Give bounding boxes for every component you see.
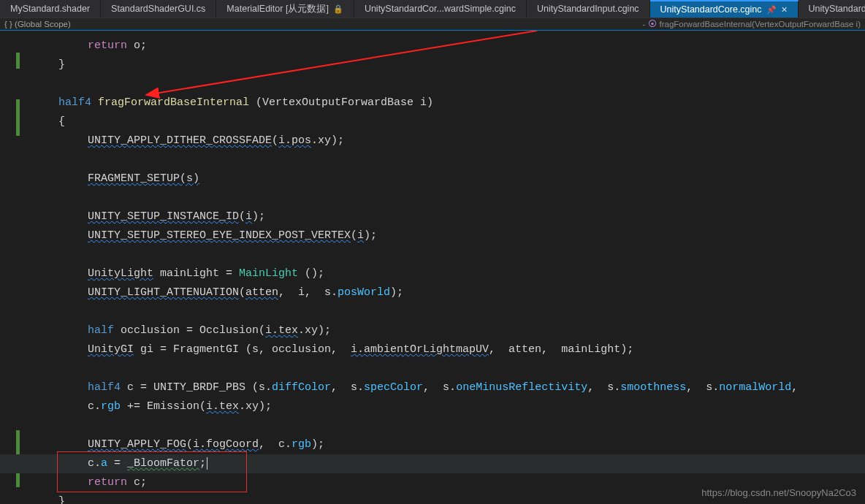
breadcrumb-function[interactable]: - ⦿fragForwardBaseInternal(VertexOutputF…: [642, 20, 861, 28]
code-line: UnityLight mainLight = MainLight ();: [29, 264, 865, 283]
code-line: }: [29, 56, 865, 75]
code-line: half4 c = UNITY_BRDF_PBS (s.diffColor, s…: [29, 378, 865, 397]
code-line: return o;: [29, 37, 865, 56]
tab-mystandard[interactable]: MyStandard.shader: [0, 0, 101, 18]
change-marker: [16, 99, 20, 136]
code-line: UNITY_APPLY_FOG(i.fogCoord, c.rgb);: [29, 435, 865, 454]
code-line: FRAGMENT_SETUP(s): [29, 169, 865, 188]
code-line: UNITY_LIGHT_ATTENUATION(atten, i, s.posW…: [29, 283, 865, 302]
code-line: UNITY_SETUP_STEREO_EYE_INDEX_POST_VERTEX…: [29, 226, 865, 245]
code-line: [29, 416, 865, 435]
pin-icon[interactable]: 📌: [766, 5, 777, 15]
text-cursor: [207, 457, 207, 470]
close-icon[interactable]: ✕: [781, 5, 788, 15]
tab-standardshadergui[interactable]: StandardShaderGUI.cs: [101, 0, 216, 18]
change-marker: [16, 53, 20, 69]
code-line: UNITY_SETUP_INSTANCE_ID(i);: [29, 207, 865, 226]
breadcrumb-bar: { } (Global Scope) - ⦿fragForwardBaseInt…: [0, 18, 865, 31]
code-line: UNITY_APPLY_DITHER_CROSSFADE(i.pos.xy);: [29, 131, 865, 150]
watermark: https://blog.csdn.net/SnoopyNa2Co3: [701, 487, 856, 498]
code-line: [29, 302, 865, 321]
tab-standardutils[interactable]: UnityStandardUtils.cginc: [799, 0, 865, 18]
tab-bar: MyStandard.shader StandardShaderGUI.cs M…: [0, 0, 865, 18]
code-line: half occlusion = Occlusion(i.tex.xy);: [29, 321, 865, 340]
code-line: [29, 188, 865, 207]
code-line: half4 fragForwardBaseInternal (VertexOut…: [29, 93, 865, 112]
tab-corewardsimple[interactable]: UnityStandardCor...wardSimple.cginc: [354, 0, 527, 18]
function-icon: ⦿: [648, 20, 657, 28]
lock-icon: 🔒: [333, 4, 343, 14]
code-line: {: [29, 112, 865, 131]
code-line: [29, 150, 865, 169]
code-editor[interactable]: return o; } half4 fragForwardBaseInterna…: [0, 31, 865, 504]
tab-standardinput[interactable]: UnityStandardInput.cginc: [527, 0, 650, 18]
breadcrumb-scope[interactable]: { } (Global Scope): [4, 20, 71, 28]
code-line: [29, 359, 865, 378]
tab-standardcore[interactable]: UnityStandardCore.cginc📌✕: [650, 0, 799, 18]
code-line: [29, 75, 865, 93]
code-line: UnityGI gi = FragmentGI (s, occlusion, i…: [29, 340, 865, 359]
code-line: c.rgb += Emission(i.tex.xy);: [29, 397, 865, 416]
code-line: c.a = _BloomFator;: [29, 454, 865, 473]
code-line: [29, 245, 865, 264]
tab-materialeditor[interactable]: MaterialEditor [从元数据]🔒: [216, 0, 354, 18]
